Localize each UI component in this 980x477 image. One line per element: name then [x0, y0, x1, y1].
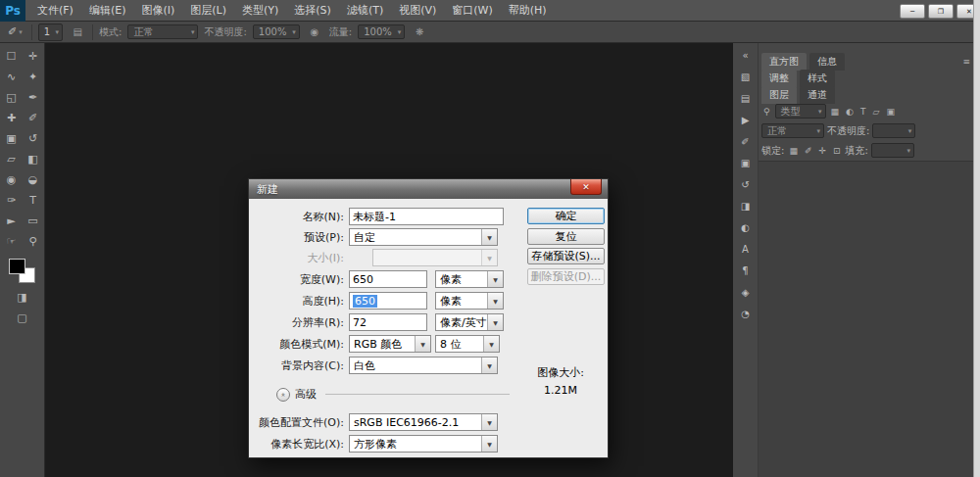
clone-source-panel-icon[interactable]: ▣ [736, 154, 756, 172]
foreground-color-swatch[interactable] [9, 259, 25, 274]
shape-tool[interactable]: ▭ [23, 211, 44, 231]
dodge-tool[interactable]: ◒ [23, 169, 44, 190]
page-scrollbar[interactable] [973, 0, 980, 477]
tab-channels[interactable]: 通道 [800, 86, 835, 104]
zoom-tool[interactable]: ⚲ [23, 231, 44, 252]
pen-tool[interactable]: ✑ [1, 190, 23, 211]
tab-histogram[interactable]: 直方图 [761, 53, 807, 71]
layer-fill-select[interactable]: ▾ [871, 143, 914, 158]
crop-tool[interactable]: ◱ [1, 87, 23, 108]
expand-panels-icon[interactable]: « [736, 46, 756, 65]
menu-layer[interactable]: 图层(L) [182, 0, 234, 22]
history-panel-icon[interactable]: ↺ [736, 175, 756, 194]
width-unit-select[interactable]: 像素 ▼ [435, 270, 504, 288]
layers-list-area[interactable] [759, 161, 973, 477]
tool-preset-picker[interactable]: ✐ ▾ [5, 24, 25, 41]
move-tool[interactable]: ✛ [23, 46, 44, 67]
blur-tool[interactable]: ◉ [1, 169, 23, 190]
tab-info[interactable]: 信息 [809, 53, 845, 71]
width-value: 650 [353, 273, 373, 286]
tab-layers[interactable]: 图层 [761, 86, 797, 104]
menu-select[interactable]: 选择(S) [286, 0, 339, 22]
rectangular-marquee-tool[interactable]: ☐ [1, 46, 23, 67]
dialog-title-bar[interactable]: 新建 ✕ [249, 179, 608, 199]
healing-brush-tool[interactable]: ✚ [1, 108, 23, 128]
timeline-panel-icon[interactable]: ◔ [736, 305, 756, 323]
lock-all-icon[interactable]: ⊡ [831, 146, 843, 156]
layer-opacity-select[interactable]: ▾ [872, 123, 915, 138]
quick-mask-mode-icon[interactable]: ◨ [0, 291, 44, 304]
layer-blend-mode-select[interactable]: 正常 ▾ [761, 123, 824, 138]
lasso-tool[interactable]: ∿ [1, 67, 23, 87]
collapse-advanced-icon[interactable]: » [276, 388, 290, 402]
dialog-close-button[interactable]: ✕ [570, 179, 602, 195]
panel-menu-icon[interactable]: ≡ [962, 57, 970, 67]
pixel-aspect-ratio-select[interactable]: 方形像素 ▼ [349, 435, 498, 453]
menu-image[interactable]: 图像(I) [133, 0, 182, 22]
menu-filter[interactable]: 滤镜(T) [339, 0, 391, 22]
color-mode-select[interactable]: RGB 颜色 ▼ [349, 335, 431, 353]
type-tool[interactable]: T [23, 190, 44, 211]
brush-presets-panel-icon[interactable]: ✐ [736, 132, 756, 151]
smart-object-filter-icon[interactable]: ▣ [884, 107, 897, 117]
height-input[interactable]: 650 [349, 292, 427, 310]
minimize-button[interactable]: ─ [900, 4, 925, 19]
ok-button[interactable]: 确定 [527, 208, 605, 224]
gradient-tool[interactable]: ◧ [23, 149, 44, 169]
brush-tool[interactable]: ✐ [23, 108, 44, 128]
height-unit-select[interactable]: 像素 ▼ [435, 292, 504, 310]
tab-styles[interactable]: 样式 [800, 70, 835, 87]
lock-position-icon[interactable]: ✛ [816, 146, 828, 156]
pixel-layer-filter-icon[interactable]: ▦ [829, 107, 842, 117]
character-panel-icon[interactable]: A [736, 240, 756, 259]
blend-mode-select[interactable]: 正常 ▾ [127, 24, 198, 39]
menu-edit[interactable]: 编辑(E) [81, 0, 134, 22]
swatches-panel-icon[interactable]: ▤ [736, 89, 756, 108]
properties-panel-icon[interactable]: ◨ [736, 197, 756, 215]
eyedropper-tool[interactable]: ✒ [23, 87, 44, 108]
resolution-input[interactable]: 72 [349, 313, 427, 331]
tablet-pressure-opacity-icon[interactable]: ◉ [306, 24, 323, 40]
width-input[interactable]: 650 [349, 270, 427, 288]
color-profile-select[interactable]: sRGB IEC61966-2.1 ▼ [349, 413, 498, 431]
screen-mode-icon[interactable]: ▢ [0, 311, 44, 324]
name-label: 名称(N): [259, 210, 349, 224]
menu-view[interactable]: 视图(V) [391, 0, 444, 22]
actions-panel-icon[interactable]: ▶ [736, 111, 756, 129]
advanced-section-toggle[interactable]: » 高级 [276, 387, 510, 402]
background-contents-select[interactable]: 白色 ▼ [349, 357, 498, 374]
path-selection-tool[interactable]: ► [1, 211, 23, 231]
paragraph-panel-icon[interactable]: ¶ [736, 262, 756, 280]
preset-select[interactable]: 自定 ▼ [349, 228, 498, 246]
reset-button[interactable]: 复位 [527, 228, 605, 245]
tab-adjustments[interactable]: 调整 [761, 70, 797, 87]
clone-stamp-tool[interactable]: ▣ [1, 128, 23, 149]
hand-tool[interactable]: ☞ [1, 231, 23, 252]
opacity-select[interactable]: 100% ▾ [253, 24, 300, 39]
quick-selection-tool[interactable]: ✦ [23, 67, 44, 87]
toggle-brush-panel-icon[interactable]: ▤ [69, 24, 86, 40]
brush-preset-picker[interactable]: 1 ▾ [38, 24, 63, 41]
menu-window[interactable]: 窗口(W) [444, 0, 500, 22]
name-input[interactable]: 未标题-1 [349, 208, 504, 225]
flow-select[interactable]: 100% ▾ [358, 24, 405, 39]
eraser-tool[interactable]: ▱ [1, 149, 23, 169]
shape-layer-filter-icon[interactable]: ▱ [870, 107, 881, 117]
resolution-unit-select[interactable]: 像素/英寸 ▼ [435, 313, 504, 331]
menu-help[interactable]: 帮助(H) [501, 0, 555, 22]
navigator-panel-icon[interactable]: ◈ [736, 283, 756, 302]
lock-image-pixels-icon[interactable]: ✐ [803, 146, 814, 156]
layer-filter-type-select[interactable]: 类型 ▾ [775, 104, 826, 119]
airbrush-icon[interactable]: ❋ [411, 24, 428, 40]
color-panel-icon[interactable]: ▧ [736, 68, 756, 86]
save-preset-button[interactable]: 存储预设(S)... [527, 248, 605, 264]
restore-button[interactable]: ❐ [928, 4, 954, 19]
bit-depth-select[interactable]: 8 位 ▼ [435, 335, 500, 353]
history-brush-tool[interactable]: ↺ [23, 128, 44, 149]
masks-panel-icon[interactable]: ◐ [736, 218, 756, 237]
menu-type[interactable]: 类型(Y) [234, 0, 286, 22]
adjustment-layer-filter-icon[interactable]: ◐ [844, 107, 856, 117]
type-layer-filter-icon[interactable]: T [858, 107, 868, 117]
menu-file[interactable]: 文件(F) [29, 0, 81, 22]
lock-transparent-pixels-icon[interactable]: ▦ [787, 146, 800, 156]
